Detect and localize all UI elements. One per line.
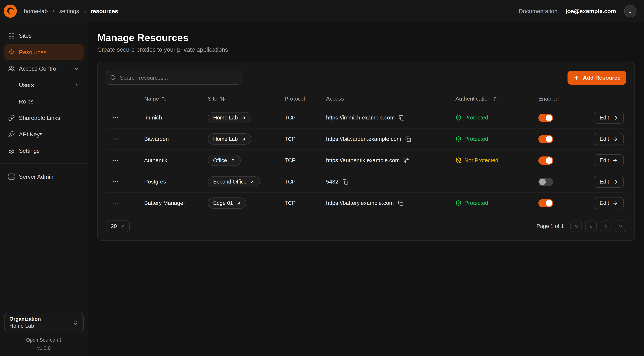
enabled-toggle[interactable] — [538, 114, 553, 122]
sidebar-nav: Sites Resources Access Control — [4, 28, 84, 184]
sidebar-item-label: Resources — [19, 49, 46, 56]
column-header-site[interactable]: Site — [208, 96, 284, 102]
ellipsis-icon — [112, 157, 119, 164]
ellipsis-icon — [112, 136, 119, 142]
access-url: https://immich.example.com — [326, 114, 395, 121]
row-menu-button[interactable] — [106, 157, 144, 164]
column-header-name[interactable]: Name — [144, 96, 208, 102]
arrow-up-right-icon — [236, 200, 241, 206]
arrow-right-icon — [612, 200, 618, 206]
toggle-thumb — [546, 136, 552, 142]
edit-button[interactable]: Edit — [594, 197, 624, 209]
breadcrumb-org[interactable]: home-lab — [24, 8, 48, 14]
sidebar-item-api-keys[interactable]: API Keys — [4, 126, 84, 142]
sidebar-item-sites[interactable]: Sites — [4, 28, 84, 44]
auth-status: Not Protected — [456, 157, 538, 164]
ellipsis-icon — [112, 200, 119, 206]
site-link[interactable]: Home Lab — [208, 112, 251, 123]
arrow-up-right-icon — [250, 179, 255, 184]
copy-button[interactable] — [398, 200, 404, 206]
sidebar-item-users[interactable]: Users — [4, 77, 84, 93]
row-menu-button[interactable] — [106, 114, 144, 121]
sidebar-footer: Organization Home Lab Open Source v1.3.0 — [4, 302, 84, 351]
documentation-link[interactable]: Documentation — [519, 8, 558, 14]
site-link[interactable]: Edge 01 — [208, 198, 246, 208]
enabled-toggle[interactable] — [538, 178, 553, 186]
users-icon — [8, 65, 15, 72]
edit-button[interactable]: Edit — [594, 154, 624, 166]
resource-name: Battery Manager — [144, 200, 208, 206]
column-header-protocol: Protocol — [284, 96, 326, 102]
row-menu-button[interactable] — [106, 178, 144, 185]
key-icon — [8, 131, 15, 138]
enabled-toggle[interactable] — [538, 199, 553, 207]
copy-button[interactable] — [399, 115, 405, 120]
sort-icon — [220, 96, 225, 101]
chevrons-up-down-icon — [73, 320, 78, 326]
gear-icon — [8, 148, 15, 154]
edit-button[interactable]: Edit — [594, 176, 624, 188]
sidebar-item-label: Settings — [19, 148, 40, 154]
sidebar-item-access-control[interactable]: Access Control — [4, 61, 84, 76]
sidebar-item-resources[interactable]: Resources — [4, 44, 84, 60]
toggle-thumb — [539, 178, 546, 185]
breadcrumb-resources[interactable]: resources — [90, 8, 118, 14]
sidebar-item-label: Roles — [19, 98, 34, 105]
row-menu-button[interactable] — [106, 136, 144, 142]
chevron-left-icon — [588, 223, 594, 229]
arrow-right-icon — [612, 158, 618, 163]
access-url: https://bitwarden.example.com — [326, 136, 401, 142]
copy-icon — [398, 200, 404, 206]
avatar[interactable]: J — [624, 5, 636, 17]
sidebar-item-shareable-links[interactable]: Shareable Links — [4, 110, 84, 126]
search-input[interactable] — [106, 70, 242, 84]
enabled-toggle[interactable] — [538, 135, 553, 143]
sidebar-item-label: API Keys — [19, 131, 42, 138]
app-logo[interactable] — [3, 4, 17, 18]
copy-button[interactable] — [404, 158, 410, 163]
organization-selector[interactable]: Organization Home Lab — [4, 313, 84, 332]
access-url: https://authentik.example.com — [326, 157, 400, 164]
row-menu-button[interactable] — [106, 200, 144, 206]
main-content: Manage Resources Create secure proxies t… — [88, 22, 644, 356]
breadcrumb-settings[interactable]: settings — [59, 8, 79, 14]
page-size-select[interactable]: 20 — [106, 220, 130, 232]
organization-label: Organization — [10, 316, 41, 322]
first-page-button[interactable] — [570, 220, 582, 232]
edit-button[interactable]: Edit — [594, 133, 624, 145]
copy-icon — [404, 158, 410, 163]
user-email: joe@example.com — [566, 8, 616, 14]
prev-page-button[interactable] — [585, 220, 597, 232]
table-row: Immich Home Lab TCP https://immich.examp… — [106, 107, 626, 128]
sidebar-item-roles[interactable]: Roles — [4, 94, 84, 109]
column-header-authentication[interactable]: Authentication — [456, 96, 538, 102]
table-row: Bitwarden Home Lab TCP https://bitwarden… — [106, 128, 626, 150]
sidebar-item-label: Shareable Links — [19, 114, 60, 121]
sidebar-divider — [0, 307, 88, 307]
column-header-enabled: Enabled — [538, 96, 594, 102]
sidebar-divider — [0, 163, 88, 164]
copy-button[interactable] — [342, 179, 348, 184]
topbar-right: Documentation joe@example.com J — [519, 5, 636, 17]
waypoints-icon — [8, 49, 15, 56]
enabled-toggle[interactable] — [538, 156, 553, 164]
last-page-button[interactable] — [615, 220, 626, 232]
version-label: v1.3.0 — [4, 345, 84, 351]
edit-button[interactable]: Edit — [594, 112, 624, 124]
link-icon — [8, 114, 15, 121]
next-page-button[interactable] — [600, 220, 612, 232]
sidebar-item-settings[interactable]: Settings — [4, 143, 84, 158]
sidebar-item-server-admin[interactable]: Server Admin — [4, 169, 84, 184]
toggle-thumb — [546, 157, 552, 164]
auth-status: Protected — [456, 114, 538, 121]
copy-button[interactable] — [405, 136, 411, 142]
access-url: https://battery.example.com — [326, 200, 394, 206]
site-link[interactable]: Second Office — [208, 176, 260, 187]
add-resource-button[interactable]: Add Resource — [568, 70, 626, 84]
open-source-link[interactable]: Open Source — [4, 337, 84, 343]
resource-name: Immich — [144, 114, 208, 121]
auth-status: Protected — [456, 200, 538, 206]
site-link[interactable]: Office — [208, 155, 240, 166]
page-subtitle: Create secure proxies to your private ap… — [97, 46, 635, 53]
site-link[interactable]: Home Lab — [208, 134, 251, 144]
